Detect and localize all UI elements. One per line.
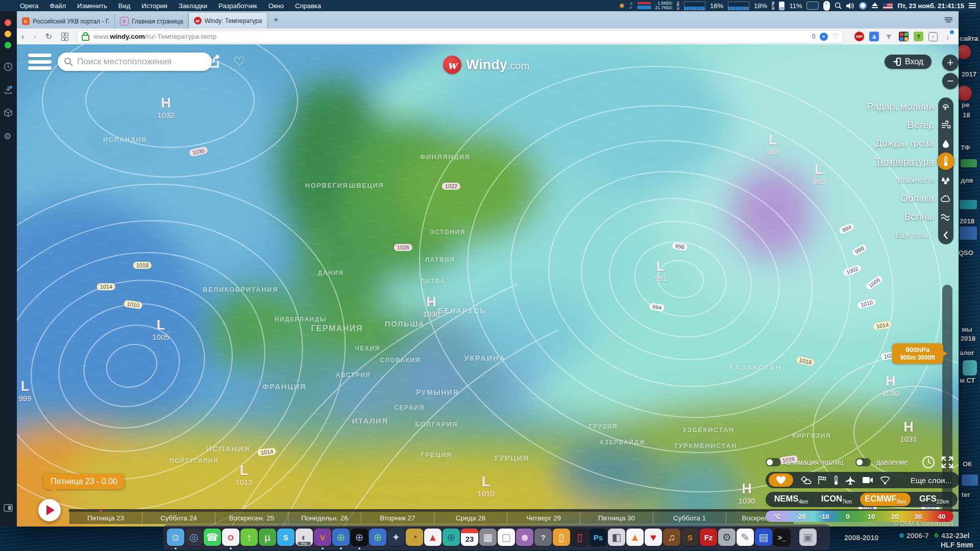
menu-item[interactable]: Файл [44,2,71,10]
timeline-day[interactable]: Воскресен. 25 [215,512,288,524]
layer-label-more[interactable]: Еще слои... [896,231,934,239]
menu-item[interactable]: Разработчик [213,2,263,10]
layer-rain-icon[interactable] [938,136,953,151]
desktop-file-label[interactable]: 18 [963,111,970,119]
dock-icon-calculator[interactable]: ▦ [479,529,497,546]
login-button[interactable]: Вход [885,55,932,69]
layer-humidity-icon[interactable] [938,172,953,188]
speed-dial-icon[interactable] [57,33,72,41]
desktop-icon-red-1[interactable] [957,45,971,59]
desktop-icon-teal[interactable] [960,200,977,209]
menu-item[interactable]: История [136,2,173,10]
memory-bar-icon[interactable] [779,2,785,10]
desktop-file-label[interactable]: ТФ [961,144,970,152]
desktop-file-label[interactable]: для [961,177,973,184]
extension-colored-icon[interactable] [899,32,909,41]
new-tab-button[interactable]: + [267,15,284,25]
dock-icon-final-cut[interactable]: ◧ [608,529,625,546]
weather-icon[interactable] [800,476,811,484]
layer-label-clouds[interactable]: Облака [900,193,934,204]
share-icon[interactable]: ↑ [928,32,938,41]
dock-icon-calendar[interactable]: 23 [461,529,478,546]
layer-label-radar[interactable]: Радар, молнии [867,101,934,112]
layer-label-rain[interactable]: Дождь, гроза [875,138,934,149]
desktop-file-label[interactable]: сайта [960,35,978,42]
share-icon[interactable] [207,55,222,71]
dock-icon-filezilla[interactable]: Fz [700,529,717,546]
timeline-day[interactable]: Понедельн. 26 [288,512,361,524]
dock-icon-whatsapp[interactable]: ☎ [204,529,221,546]
menu-item[interactable]: Справка [289,2,327,10]
eject-icon[interactable] [871,3,878,9]
siri-icon[interactable] [859,2,867,10]
layer-wind-icon[interactable] [938,117,953,133]
dock-icon-v-app[interactable]: V [314,529,331,546]
tab-home-page[interactable]: D Главная страница [115,14,189,29]
minimize-window-button[interactable] [5,31,11,37]
particles-toggle[interactable] [766,458,781,466]
mouse-icon[interactable] [823,1,830,11]
menu-clock[interactable]: Пт, 23 нояб. 21:41:15 [897,2,964,10]
pressure-toggle[interactable] [855,458,871,466]
downloads-tray-icon[interactable]: ↓ [943,32,952,41]
layer-label-waves[interactable]: Волны [904,211,934,222]
dock-icon-vlc[interactable]: ▲ [626,529,644,546]
tab-menu-icon[interactable] [945,17,959,22]
dock-icon-google-earth-pro[interactable]: ◐Pro [296,529,313,546]
dock-icon-cards[interactable]: ♥ [645,529,662,546]
thermometer-icon[interactable] [834,475,839,485]
model-nems[interactable]: NEMS4km [770,493,813,506]
layer-label-temperature[interactable]: Температура [875,156,934,167]
dock-icon-radio[interactable]: ♫ [663,529,680,546]
dock-icon-skype[interactable]: S [277,529,295,546]
url-field[interactable]: www.windy.com/ru/-Температура-temp 0 ✕ ♡ [77,30,843,43]
desktop-icon-blue[interactable] [960,227,977,240]
desktop-file-label[interactable]: 432-23el [934,532,969,540]
zoom-in-button[interactable]: + [942,55,959,71]
timeline-day[interactable]: Пятница 23 [69,512,142,524]
timeline-day[interactable]: Суббота 1 [653,512,726,524]
model-ecmwf[interactable]: ECMWF9km [860,493,911,506]
desktop-file-label[interactable]: HLF 5mm [941,541,973,549]
windy-logo[interactable]: w Windy.com [443,56,529,74]
menu-item[interactable]: Изменить [71,2,113,10]
dock-icon-terminal[interactable]: >_ [773,529,791,546]
zoom-out-button[interactable]: − [942,73,959,89]
menu-item[interactable]: Вид [113,2,136,10]
desktop-icon-green[interactable] [961,159,977,167]
extensions-cube-icon[interactable] [4,108,13,119]
downloads-icon[interactable] [4,85,13,96]
dock-icon-portrait-app[interactable]: ☻ [516,529,533,546]
dock-icon-compass-gold[interactable]: ◔ [406,529,423,546]
desktop-file-label[interactable]: 2006-7 [899,532,929,540]
history-icon[interactable] [4,62,13,73]
desktop-icon-blue-2[interactable] [962,474,978,486]
timeline-day[interactable]: Четверг 29 [507,512,580,524]
desktop-file-label[interactable]: ре [962,101,969,109]
dock-icon-photoshop[interactable]: Ps [590,529,607,546]
notification-center-icon[interactable] [969,3,976,8]
layer-clouds-icon[interactable] [938,191,953,206]
network-arrows-icon[interactable]: ↗↙ [629,2,633,9]
dock-icon-green-upload[interactable]: ↑ [240,529,258,546]
cpu-graph2-icon[interactable] [728,2,749,10]
spotlight-icon[interactable] [835,2,842,9]
menu-item[interactable]: Закладки [173,2,213,10]
desktop-file-label[interactable]: 2018 [961,335,975,342]
desktop-file-label[interactable]: QSO [959,249,973,257]
desktop-file-label[interactable]: м СТ [960,377,975,384]
dock-icon-finder[interactable]: ☺ [167,529,184,546]
hamburger-menu-icon[interactable] [28,54,52,70]
timeline-day[interactable]: Суббота 24 [142,512,215,524]
layer-radar-icon[interactable] [938,99,953,114]
menu-item[interactable]: Opera [14,2,44,10]
desktop-icon-red-2[interactable] [957,86,972,101]
dock-icon-phone-pink[interactable]: ▯ [571,529,589,546]
timeline-day[interactable]: Среда 28 [434,512,507,524]
timeline-day[interactable]: Вторник 27 [361,512,434,524]
timeline-day[interactable]: Пятница 30 [580,512,653,524]
dock-icon-help[interactable]: ? [534,529,552,546]
tab-windy-temperature[interactable]: w Windy: Температура [189,13,267,29]
blocker-shield-icon[interactable]: ✕ [820,33,828,41]
dock-icon-globe-2[interactable]: ⊕ [369,529,386,546]
